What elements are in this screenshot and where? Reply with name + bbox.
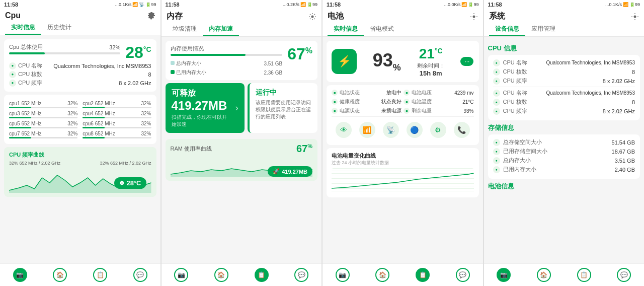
- sys-cpu-freq2-value: 8 x 2.02 GHz: [603, 108, 635, 114]
- nav-camera-cpu[interactable]: 📷: [13, 268, 27, 282]
- bat-func-signal[interactable]: 📡: [383, 122, 399, 138]
- sys-cpu-cores1-row: ● CPU 核数 8: [493, 68, 635, 76]
- core8-pct: 32%: [141, 131, 151, 136]
- sys-cpu-freq1-value: 8 x 2.02 GHz: [603, 78, 635, 84]
- bat-power-icon: ■: [332, 108, 338, 114]
- cpu-cores-row: ● CPU 核数 8: [9, 70, 151, 78]
- tab-realtime-cpu[interactable]: 实时信息: [5, 21, 41, 35]
- svg-point-3: [472, 15, 475, 18]
- sys-used-ram-label: 已用内存大小: [503, 166, 536, 173]
- bat-gear-icon[interactable]: [470, 13, 478, 21]
- bat-chart-sub: 过去 24 小时的电量统计数据: [332, 160, 474, 166]
- wifi-icon: 📡: [139, 2, 144, 7]
- release-content: 可释放 419.27MB 扫描完成，你现在可以开始加速: [172, 88, 231, 128]
- bat-func-phone[interactable]: 📞: [454, 122, 470, 138]
- nav-chat-mem[interactable]: 💬: [294, 268, 308, 282]
- bat-content: ⚡ 93% 21°C 剩余时间： 15h 8m ··· ■ 电池状态 放电中: [323, 37, 483, 263]
- bat-func-wifi[interactable]: 📶: [359, 122, 375, 138]
- battery-icon-mem: 🔋99: [307, 2, 317, 7]
- bat-health-icon: ■: [332, 99, 338, 105]
- network-speed: ...0.1K/s: [115, 2, 131, 7]
- memory-panel: 11:58 ...0.2K/s 📶 🔋99 内存 垃圾清理 内存加速: [162, 0, 323, 286]
- bat-bottom-nav: 📷 🏠 📋 💬: [323, 263, 483, 286]
- bat-health-value: 状态良好: [381, 98, 401, 105]
- core4-bar: [83, 117, 105, 118]
- cpu-freq-icon: ●: [9, 80, 16, 87]
- nav-camera-sys[interactable]: 📷: [497, 268, 511, 282]
- battery-more-btn[interactable]: ···: [460, 57, 473, 66]
- tab-save-mode[interactable]: 省电模式: [364, 23, 400, 36]
- sys-battery-section-title: 电池信息: [488, 182, 640, 191]
- svg-point-1: [311, 15, 314, 18]
- bat-tab-row: 实时信息 省电模式: [328, 23, 478, 36]
- used-legend-value: 2.36 GB: [264, 70, 282, 76]
- cpu-temp: 28°C: [125, 43, 151, 61]
- status-icons-sys: ...0.1K/s 📶 🔋99: [605, 2, 640, 7]
- cpu-freq-row: ● CPU 频率 8 x 2.02 GHz: [9, 79, 151, 87]
- release-mb: 419.27MB: [172, 99, 231, 113]
- ram-chart-card: RAM 使用率曲线 67% 🚀 419.27MB: [166, 139, 318, 181]
- sys-cpu-name2-row: ● CPU 名称 Qualcomm Technologies, Inc MSM8…: [493, 89, 635, 97]
- core-2: cpu2 652 MHz32%: [83, 101, 151, 110]
- sys-total-storage-icon: ●: [493, 139, 500, 146]
- release-card[interactable]: 可释放 419.27MB 扫描完成，你现在可以开始加速 ›: [166, 83, 245, 133]
- bat-header: 电池 实时信息 省电模式: [323, 9, 483, 37]
- nav-list-cpu[interactable]: 📋: [93, 268, 107, 282]
- nav-home-mem[interactable]: 🏠: [214, 268, 228, 282]
- bat-func-eye[interactable]: 👁: [336, 122, 352, 138]
- nav-home-cpu[interactable]: 🏠: [53, 268, 67, 282]
- nav-chat-cpu[interactable]: 💬: [133, 268, 147, 282]
- sys-cpu-cores1-label: CPU 核数: [503, 68, 528, 76]
- tab-realtime-bat[interactable]: 实时信息: [328, 23, 364, 36]
- nav-list-sys[interactable]: 📋: [577, 268, 591, 282]
- core6-pct: 32%: [141, 121, 151, 126]
- sys-cpu-cores2-value: 8: [632, 99, 635, 105]
- ram-chart-title: RAM 使用率曲线: [171, 145, 212, 153]
- freq-info-1: 32% 652 MHz / 2.02 GHz: [9, 161, 60, 166]
- nav-home-bat[interactable]: 🏠: [375, 268, 389, 282]
- network-speed-mem: ...0.2K/s: [283, 2, 299, 7]
- sys-bottom-nav: 📷 🏠 📋 💬: [484, 263, 645, 286]
- nav-list-mem[interactable]: 📋: [255, 268, 269, 282]
- sys-used-ram-value: 2.40 GB: [615, 167, 635, 173]
- tab-device-info[interactable]: 设备信息: [489, 23, 525, 36]
- status-bar-bat: 11:58 ...0.0K/s 📶 🔋99: [323, 0, 483, 9]
- used-legend-label: 已用内存大小: [176, 69, 206, 76]
- nav-chat-bat[interactable]: 💬: [456, 268, 470, 282]
- cpu-cores-card: cpu1 652 MHz32% cpu2 652 MHz32% cpu3 652…: [4, 95, 156, 144]
- cpu-freq-value: 8 x 2.02 GHz: [119, 80, 151, 86]
- nav-home-sys[interactable]: 🏠: [537, 268, 551, 282]
- battery-icon-bat: 🔋99: [468, 2, 478, 7]
- bat-remain-value: 93%: [463, 108, 473, 114]
- mem-usage-label: 内存使用情况: [171, 45, 204, 52]
- bat-chart-area: [332, 168, 474, 193]
- bat-func-bluetooth[interactable]: 🔵: [407, 122, 423, 138]
- mem-tab-row: 垃圾清理 内存加速: [167, 23, 317, 36]
- nav-list-bat[interactable]: 📋: [416, 268, 430, 282]
- sys-gear-icon[interactable]: [631, 13, 639, 21]
- bat-voltage-value: 4239 mv: [454, 90, 473, 96]
- nav-camera-mem[interactable]: 📷: [174, 268, 188, 282]
- tab-history-cpu[interactable]: 历史统计: [41, 21, 77, 35]
- sys-cpu-freq1-label: CPU 频率: [503, 77, 528, 85]
- tab-mem-boost[interactable]: 内存加速: [203, 23, 239, 36]
- cpu-overall-card: Cpu 总体使用 32% 28°C ● CPU 名称 Qualcomm Tec: [4, 39, 156, 92]
- nav-camera-bat[interactable]: 📷: [336, 268, 350, 282]
- cpu-freq-chart-card: CPU 频率曲线 32% 652 MHz / 2.02 GHz 32% 652 …: [4, 147, 156, 197]
- bat-stat-voltage: ■ 电池电压 4239 mv: [404, 89, 473, 96]
- bat-func-settings[interactable]: ⚙: [430, 122, 446, 138]
- sys-cpu-cores2-label: CPU 核数: [503, 98, 528, 106]
- gear-icon[interactable]: [147, 12, 155, 20]
- tab-trash-clean[interactable]: 垃圾清理: [167, 23, 203, 36]
- core4-pct: 32%: [141, 111, 151, 116]
- core7-bar: [9, 137, 31, 138]
- nav-chat-sys[interactable]: 💬: [617, 268, 631, 282]
- tab-app-mgmt[interactable]: 应用管理: [525, 23, 561, 36]
- core3-pct: 32%: [67, 111, 77, 116]
- core-8: cpu8 652 MHz32%: [83, 131, 151, 140]
- bat-stat-temp: ■ 电池温度 21°C: [404, 98, 473, 105]
- mem-gear-icon[interactable]: [308, 13, 316, 21]
- cpu-freq-label: CPU 频率: [18, 79, 42, 87]
- sys-total-storage-value: 51.54 GB: [612, 139, 635, 146]
- sys-cpu1-icon: ●: [493, 59, 500, 66]
